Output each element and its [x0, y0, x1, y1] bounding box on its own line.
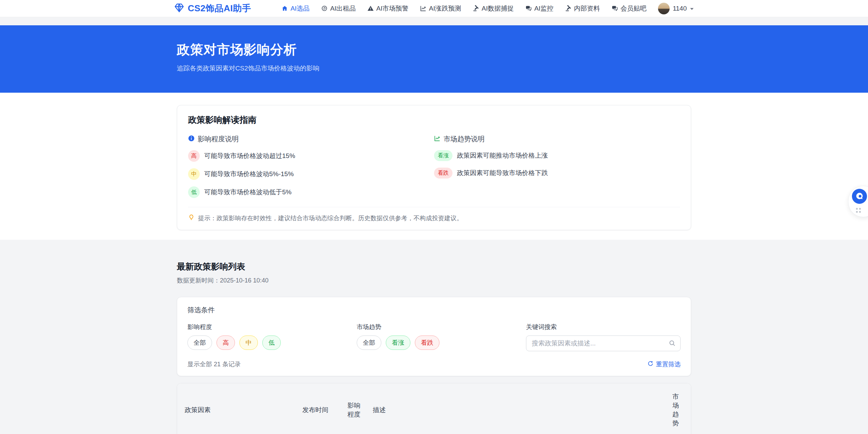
guide-title: 政策影响解读指南: [188, 114, 680, 126]
guide-section: 政策影响解读指南 影响程度说明 高 可能导致市场价格波: [0, 93, 868, 240]
page-title: 政策对市场影响分析: [177, 41, 691, 58]
nav-item[interactable]: 内部资料: [565, 4, 600, 13]
impact-filter-group: 影响程度 全部 高 中 低: [187, 323, 346, 351]
nav-item-label: AI数据捕捉: [482, 4, 514, 13]
impact-badge: 中: [188, 168, 200, 180]
trend-chart-icon: [420, 5, 426, 12]
impact-legend-heading: 影响程度说明: [198, 134, 239, 144]
chat-button[interactable]: [852, 189, 867, 204]
info-icon: [188, 135, 195, 143]
nav-item[interactable]: AI监控: [525, 4, 553, 13]
brand[interactable]: CS2饰品AI助手: [174, 2, 251, 14]
list-title: 最新政策影响列表: [177, 261, 691, 272]
nav-item[interactable]: AI市场预警: [367, 4, 408, 13]
trend-badge: 看跌: [434, 168, 452, 179]
policy-table: 政策因素发布时间影响程度描述市场趋势 悠悠有品推出“秒到账”功能 2025-09…: [177, 383, 691, 434]
search-icon[interactable]: [669, 340, 676, 348]
impact-badge: 高: [188, 150, 200, 162]
reset-filter-button[interactable]: 重置筛选: [647, 360, 681, 368]
impact-filter-label: 影响程度: [187, 323, 346, 331]
user-score: 1140: [673, 5, 687, 12]
impact-filter-chip[interactable]: 全部: [187, 336, 212, 350]
legend-row: 低 可能导致市场价格波动低于5%: [188, 186, 434, 198]
filter-heading: 筛选条件: [187, 305, 681, 315]
avatar[interactable]: [658, 3, 670, 14]
impact-filter-chip[interactable]: 低: [262, 336, 281, 350]
nav-item-label: AI涨跌预测: [429, 4, 461, 13]
nav-item-label: AI出租品: [330, 4, 356, 13]
legend-text: 政策因素可能导致市场价格下跌: [457, 169, 548, 177]
trend-badge: 看涨: [434, 150, 452, 161]
trend-filter-chip[interactable]: 全部: [357, 336, 381, 350]
legend-row: 高 可能导致市场价格波动超过15%: [188, 150, 434, 162]
trend-legend-heading: 市场趋势说明: [444, 134, 485, 144]
user-menu[interactable]: 1140: [658, 3, 694, 14]
guide-card: 政策影响解读指南 影响程度说明 高 可能导致市场价格波: [177, 105, 691, 230]
trend-up-icon: [434, 135, 440, 143]
gavel-icon: [565, 5, 571, 12]
nav-item-label: AI市场预警: [376, 4, 408, 13]
drag-handle-icon[interactable]: [856, 208, 861, 213]
hero-banner: 政策对市场影响分析 追踪各类政策因素对CS2饰品市场价格波动的影响: [0, 25, 868, 93]
nav-item-label: AI选品: [290, 4, 310, 13]
nav-item[interactable]: AI涨跌预测: [420, 4, 461, 13]
legend-text: 可能导致市场价格波动低于5%: [204, 188, 291, 197]
nav-item[interactable]: AI数据捕捉: [473, 4, 514, 13]
record-count-summary: 显示全部 21 条记录: [187, 360, 241, 368]
legend-row: 看涨 政策因素可能推动市场价格上涨: [434, 150, 680, 161]
nav-item-label: 内部资料: [574, 4, 600, 13]
impact-filter-chip[interactable]: 高: [216, 336, 235, 350]
search-label: 关键词搜索: [526, 323, 681, 331]
nav-item[interactable]: AI出租品: [321, 4, 356, 13]
trend-filter-label: 市场趋势: [357, 323, 516, 331]
nav-item[interactable]: AI选品: [281, 4, 310, 13]
table-header-cell: 描述: [367, 383, 670, 434]
legend-row: 中 可能导致市场价格波动5%-15%: [188, 168, 434, 180]
guide-tip: 提示：政策影响存在时效性，建议结合市场动态综合判断。历史数据仅供参考，不构成投资…: [188, 207, 680, 222]
home-icon: [281, 5, 288, 12]
gavel-icon: [473, 5, 479, 12]
table-header-cell: 影响程度: [342, 383, 367, 434]
legend-text: 可能导致市场价格波动超过15%: [204, 152, 295, 160]
legend-text: 政策因素可能推动市场价格上涨: [457, 151, 548, 160]
legend-text: 可能导致市场价格波动5%-15%: [204, 170, 294, 179]
rent-icon: [321, 5, 328, 12]
nav-item[interactable]: 会员贴吧: [611, 4, 646, 13]
gem-logo-icon: [174, 3, 184, 14]
nav-item-label: AI监控: [534, 4, 553, 13]
table-header-row: 政策因素发布时间影响程度描述市场趋势: [177, 383, 691, 434]
impact-legend: 影响程度说明 高 可能导致市场价格波动超过15% 中 可能导致市: [188, 134, 434, 198]
chat-bubble-icon: [855, 192, 864, 201]
trend-filter-group: 市场趋势 全部 看涨 看跌: [357, 323, 516, 351]
trend-filter-chip[interactable]: 看涨: [386, 336, 410, 350]
table-header-cell: 发布时间: [297, 383, 342, 434]
policy-table-card: 政策因素发布时间影响程度描述市场趋势 悠悠有品推出“秒到账”功能 2025-09…: [177, 383, 691, 434]
bulb-icon: [188, 214, 195, 222]
caret-down-icon: [690, 5, 694, 12]
top-navbar: CS2饰品AI助手 AI选品 AI出租品: [0, 0, 868, 17]
reset-icon: [647, 360, 654, 368]
trend-filter-chip[interactable]: 看跌: [415, 336, 439, 350]
table-header-cell: 政策因素: [177, 383, 297, 434]
trend-legend: 市场趋势说明 看涨 政策因素可能推动市场价格上涨 看跌 政策因素: [434, 134, 680, 198]
keyword-search-group: 关键词搜索: [526, 323, 681, 351]
search-input[interactable]: [526, 336, 681, 351]
warning-icon: [367, 5, 374, 12]
page-subtitle: 追踪各类政策因素对CS2饰品市场价格波动的影响: [177, 64, 691, 73]
impact-filter-chip[interactable]: 中: [239, 336, 258, 350]
legend-row: 看跌 政策因素可能导致市场价格下跌: [434, 168, 680, 179]
nav-item-label: 会员贴吧: [620, 4, 646, 13]
guide-tip-text: 提示：政策影响存在时效性，建议结合市场动态综合判断。历史数据仅供参考，不构成投资…: [198, 214, 463, 222]
comments-icon: [611, 5, 618, 12]
main-nav: AI选品 AI出租品 AI市场预警 AI涨跌预测: [281, 4, 646, 13]
policy-list-section: 最新政策影响列表 数据更新时间：2025-10-16 10:40 筛选条件 影响…: [0, 240, 868, 434]
table-header-cell: 市场趋势: [670, 383, 691, 434]
filter-card: 筛选条件 影响程度 全部 高 中 低: [177, 297, 691, 376]
impact-badge: 低: [188, 186, 200, 198]
list-updated: 数据更新时间：2025-10-16 10:40: [177, 276, 691, 285]
comments-icon: [525, 5, 532, 12]
brand-name: CS2饰品AI助手: [188, 2, 251, 14]
